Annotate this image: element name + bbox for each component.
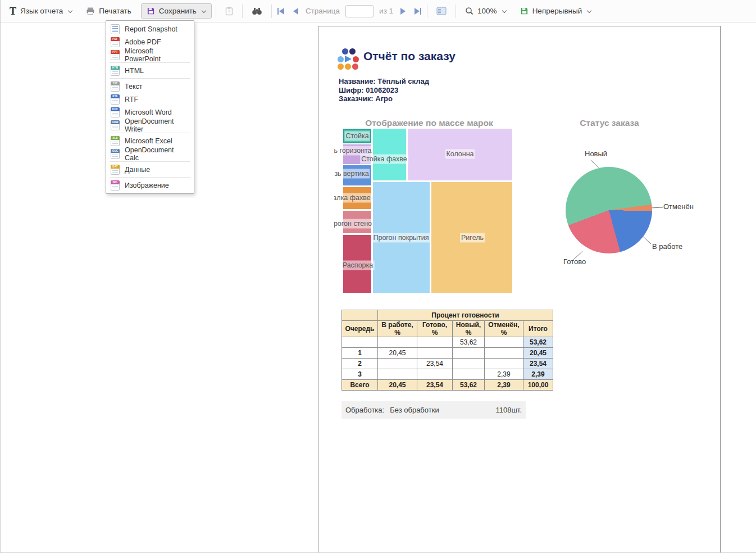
save-menu-item-2[interactable]: PPTMicrosoft PowerPoint bbox=[106, 48, 194, 61]
page-number-input[interactable] bbox=[345, 5, 374, 17]
table-cell: 1 bbox=[342, 348, 378, 359]
powerpoint-file-icon: PPT bbox=[111, 50, 120, 60]
save-menu-item-10[interactable]: DATДанные bbox=[106, 163, 194, 176]
save-menu-item-11[interactable]: IMGИзображение bbox=[106, 179, 194, 192]
pie bbox=[566, 167, 652, 253]
save-menu-item-label: RTF bbox=[125, 96, 138, 103]
save-menu-item-3[interactable]: HTMHTML bbox=[106, 64, 194, 77]
clipboard-button[interactable]: ? bbox=[220, 3, 238, 19]
report-meta: Название: Тёплый склад Шифр: 01062023 За… bbox=[339, 77, 429, 103]
table-header-cell: Новый, % bbox=[453, 321, 485, 337]
table-header-cell: Очередь bbox=[342, 321, 378, 337]
report-language-label: Язык отчета bbox=[20, 7, 63, 15]
table-cell: 23,54 bbox=[417, 359, 453, 369]
pdf-file-icon: PDF bbox=[111, 37, 120, 47]
treemap-label-8: Прогон покрытия bbox=[372, 233, 430, 243]
table-cell: 23,54 bbox=[417, 380, 453, 391]
table-cell bbox=[485, 359, 523, 369]
report-page: Отчёт по заказу Название: Тёплый склад Ш… bbox=[318, 26, 721, 553]
processing-label: Обработка: bbox=[345, 406, 384, 414]
treemap-label-2: зь вертика bbox=[334, 169, 370, 179]
page-navigation: Страница из 1 bbox=[276, 5, 423, 17]
pie-chart: НовыйОтменёнВ работеГотово bbox=[557, 147, 697, 270]
company-logo bbox=[338, 48, 362, 70]
save-menu-item-4[interactable]: TXTТекст bbox=[106, 80, 194, 93]
rtf-file-icon: RTF bbox=[111, 94, 120, 105]
printer-icon bbox=[86, 7, 95, 16]
zoom-value: 100% bbox=[477, 7, 497, 15]
table-cell: 2,39 bbox=[485, 380, 523, 391]
table-cell: Всего bbox=[342, 380, 378, 391]
page-count-label: из 1 bbox=[379, 7, 393, 15]
save-format-menu: Report SnapshotPDFAdobe PDFPPTMicrosoft … bbox=[106, 20, 194, 194]
previous-page-button[interactable] bbox=[292, 6, 300, 16]
first-page-button[interactable] bbox=[276, 6, 286, 16]
table-cell: 20,45 bbox=[378, 348, 417, 359]
save-menu-item-7[interactable]: ODWOpenDocument Writer bbox=[106, 119, 194, 132]
table-cell: 20,45 bbox=[523, 348, 553, 359]
table-cell: 53,62 bbox=[523, 337, 553, 348]
opendocument-calc-file-icon: ODC bbox=[111, 149, 120, 159]
table-cell: 100,00 bbox=[523, 380, 553, 391]
pie-label: Готово bbox=[563, 257, 586, 266]
word-file-icon: DOC bbox=[111, 107, 120, 117]
toolbar-separator bbox=[242, 4, 243, 18]
save-menu-item-label: Microsoft Word bbox=[125, 108, 172, 116]
table-cell bbox=[378, 337, 417, 348]
table-cell bbox=[417, 337, 453, 348]
save-menu-item-label: Изображение bbox=[125, 182, 169, 189]
toolbar: T Язык отчета Печатать Сохранить ? Стран… bbox=[0, 0, 756, 22]
table-cell: 2,39 bbox=[485, 369, 523, 380]
pie-label: В работе bbox=[652, 242, 682, 251]
logo-arrow-icon bbox=[345, 56, 352, 62]
print-label: Печатать bbox=[99, 7, 131, 15]
zoom-control[interactable]: 100% bbox=[460, 4, 512, 18]
report-language-button[interactable]: T Язык отчета bbox=[4, 4, 78, 19]
menu-separator bbox=[110, 78, 190, 79]
pie-title: Статус заказа bbox=[580, 118, 639, 128]
save-menu-item-5[interactable]: RTFRTF bbox=[106, 93, 194, 106]
first-page-icon bbox=[279, 8, 284, 15]
treemap-label-4: рогон стено bbox=[334, 219, 373, 229]
outline-toggle-button[interactable] bbox=[431, 4, 452, 18]
last-page-icon bbox=[420, 8, 421, 15]
save-menu-item-label: HTML bbox=[125, 67, 144, 75]
chevron-down-icon bbox=[502, 9, 507, 13]
data-file-icon: DAT bbox=[111, 165, 120, 175]
table-cell: 2,39 bbox=[523, 369, 553, 380]
svg-text:?: ? bbox=[228, 9, 231, 14]
save-menu-item-label: OpenDocument Writer bbox=[125, 117, 189, 133]
text-file-icon: TXT bbox=[111, 81, 120, 92]
pie-label: Отменён bbox=[663, 202, 694, 211]
save-menu-item-label: Report Snapshot bbox=[125, 25, 177, 33]
table-cell: 20,45 bbox=[378, 380, 417, 391]
toolbar-separator bbox=[271, 4, 272, 18]
save-menu-item-0[interactable]: Report Snapshot bbox=[106, 22, 194, 35]
page-label: Страница bbox=[306, 7, 340, 15]
table-header-cell: В работе, % bbox=[378, 321, 417, 337]
next-page-button[interactable] bbox=[399, 6, 407, 16]
view-mode-button[interactable]: Непрерывный bbox=[515, 4, 597, 18]
report-snapshot-file-icon bbox=[111, 24, 120, 34]
table-cell bbox=[485, 348, 523, 359]
image-file-icon: IMG bbox=[111, 180, 120, 191]
save-floppy-icon bbox=[147, 7, 155, 15]
table-corner-cell bbox=[342, 310, 378, 321]
chevron-down-icon bbox=[68, 9, 72, 13]
treemap-label-6: Стойка фахве bbox=[360, 155, 408, 164]
processing-bar: Обработка: Без обработки 1108шт. bbox=[341, 401, 526, 419]
find-button[interactable] bbox=[247, 4, 267, 18]
print-button[interactable]: Печатать bbox=[81, 4, 136, 19]
save-menu-item-9[interactable]: ODCOpenDocument Calc bbox=[106, 147, 194, 160]
table-header-cell: Отменён, % bbox=[485, 321, 523, 337]
table-cell bbox=[417, 369, 453, 380]
last-page-button[interactable] bbox=[413, 6, 423, 16]
save-menu-item-label: Adobe PDF bbox=[125, 38, 161, 46]
treemap-label-9: Ригель bbox=[460, 233, 485, 243]
toolbar-separator bbox=[427, 4, 427, 18]
save-button[interactable]: Сохранить bbox=[141, 3, 212, 19]
meta-line: Название: Тёплый склад bbox=[339, 77, 429, 86]
table-cell: 53,62 bbox=[453, 337, 485, 348]
save-menu-item-label: OpenDocument Calc bbox=[125, 146, 189, 162]
save-menu-item-label: Данные bbox=[125, 166, 150, 174]
